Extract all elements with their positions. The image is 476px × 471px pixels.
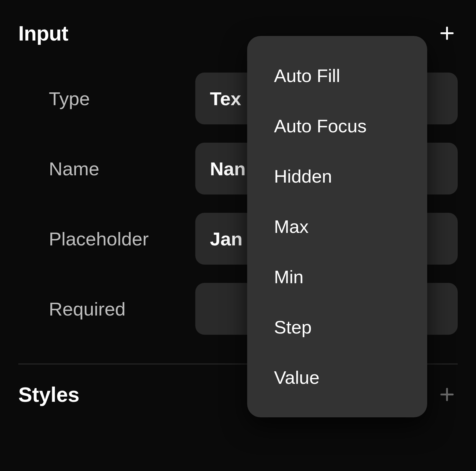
add-input-property-button[interactable] xyxy=(436,23,458,44)
menu-item-hidden[interactable]: Hidden xyxy=(247,151,427,202)
property-label: Name xyxy=(49,158,183,180)
inspector-panel: Input Type Tex Name Nan Placeholder Jan xyxy=(0,0,476,471)
property-label: Placeholder xyxy=(49,228,183,250)
menu-item-step[interactable]: Step xyxy=(247,302,427,352)
add-style-button[interactable] xyxy=(436,384,458,405)
styles-section-title: Styles xyxy=(18,383,79,406)
type-field-value: Tex xyxy=(210,88,241,109)
menu-item-min[interactable]: Min xyxy=(247,252,427,302)
menu-item-auto-fill[interactable]: Auto Fill xyxy=(247,51,427,101)
menu-item-max[interactable]: Max xyxy=(247,202,427,252)
placeholder-field-value: Jan xyxy=(210,228,243,250)
property-label: Type xyxy=(49,88,183,109)
property-label: Required xyxy=(49,298,183,320)
name-field-value: Nan xyxy=(210,158,246,180)
menu-item-value[interactable]: Value xyxy=(247,352,427,403)
menu-item-auto-focus[interactable]: Auto Focus xyxy=(247,101,427,151)
add-property-menu: Auto Fill Auto Focus Hidden Max Min Step… xyxy=(247,36,427,417)
plus-icon xyxy=(438,25,456,42)
input-section-title: Input xyxy=(18,21,68,45)
plus-icon xyxy=(438,386,456,403)
